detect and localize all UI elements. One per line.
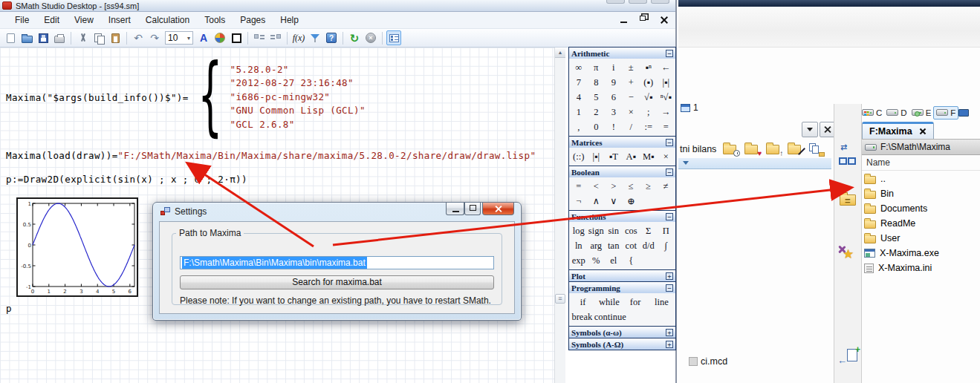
save-button[interactable] [36, 30, 51, 45]
file-row-x-maxima-exe[interactable]: X-Maxima.exe [862, 246, 980, 261]
collapse-icon[interactable]: − [666, 139, 673, 146]
palette-symbol[interactable]: ∫ [658, 238, 675, 253]
menu-insert[interactable]: Insert [101, 13, 138, 27]
palette-symbol[interactable]: break [570, 310, 594, 324]
palette-symbol[interactable]: sign [588, 223, 606, 238]
menu-help[interactable]: Help [273, 13, 306, 27]
palette-symbol[interactable]: ln [570, 238, 588, 253]
parent-folder-button[interactable]: ↑ [765, 142, 783, 157]
background-color-button[interactable] [212, 30, 227, 45]
fm-bottom-file[interactable]: ci.mcd [689, 356, 727, 367]
palette-symbol[interactable]: ⊕ [623, 194, 640, 209]
file-row-documents[interactable]: Documents [862, 201, 980, 216]
fm-selected-row[interactable] [678, 158, 831, 169]
dialog-minimize-button[interactable] [446, 203, 464, 215]
file-row-x-maxima-ini[interactable]: X-Maxima.ini [862, 261, 980, 275]
palette-header-symbols[interactable]: Symbols (α-ω)+ [569, 327, 675, 338]
name-column-header[interactable]: Name [862, 155, 980, 171]
copy-path-button[interactable] [808, 142, 826, 157]
expand-icon[interactable]: + [666, 329, 673, 336]
import-document-icon[interactable]: +← [838, 347, 859, 367]
file-row-user[interactable]: User [862, 231, 980, 246]
collapse-icon[interactable]: − [666, 284, 673, 292]
palette-symbol[interactable]: i [605, 60, 623, 75]
new-button[interactable] [3, 30, 18, 45]
smath-titlebar[interactable]: SMath Studio Desktop - [ss94.sm] [0, 0, 675, 12]
palette-symbol[interactable]: ∨ [605, 194, 623, 209]
palette-symbol[interactable]: cot [623, 238, 640, 253]
mdi-restore-button[interactable] [637, 14, 651, 25]
expand-icon[interactable]: + [666, 272, 673, 280]
palette-symbol[interactable]: ⁿ√▪ [658, 90, 675, 105]
palette-symbol[interactable]: sin [605, 223, 623, 238]
palette-symbol[interactable]: ≠ [658, 179, 675, 194]
palette-symbol[interactable]: × [658, 149, 675, 164]
file-row-bin[interactable]: Bin [862, 186, 980, 201]
copy-button[interactable] [91, 30, 106, 45]
palette-symbol[interactable]: > [605, 179, 623, 194]
palette-symbol[interactable]: 4 [570, 90, 588, 105]
palette-symbol[interactable]: 8 [588, 75, 606, 90]
undo-button[interactable]: ↶ [131, 30, 146, 45]
palette-symbol[interactable]: (::) [570, 149, 588, 164]
swap-panels-icon[interactable]: ⇄ [838, 145, 859, 165]
palette-symbol[interactable]: 3 [605, 105, 623, 120]
file-row-readme[interactable]: ReadMe [862, 216, 980, 231]
palette-symbol[interactable]: ! [605, 120, 623, 134]
palette-symbol[interactable]: ≤ [623, 179, 640, 194]
expression-draw2d[interactable]: p:=Draw2D(explicit(sin(x) ; x ; 0 ; 2·π)… [6, 172, 247, 186]
palette-symbol[interactable]: + [623, 75, 640, 90]
palette-symbol[interactable]: line [649, 295, 675, 310]
palette-symbol[interactable]: × [623, 105, 640, 120]
tab-close-icon[interactable] [919, 128, 927, 135]
palette-symbol[interactable]: cos [623, 223, 640, 238]
dialog-close-button[interactable] [482, 203, 514, 215]
menu-calculation[interactable]: Calculation [138, 13, 197, 27]
side-panel-toggle-button[interactable] [386, 30, 401, 45]
palette-header-functions[interactable]: Functions− [569, 211, 675, 222]
palette-symbol[interactable]: |▪| [658, 75, 675, 90]
dialog-maximize-button[interactable] [464, 203, 481, 215]
palette-symbol[interactable]: 9 [605, 75, 623, 90]
palette-symbol[interactable]: ∧ [588, 194, 606, 209]
palette-symbol[interactable]: |▪| [588, 149, 606, 164]
drive-button-e[interactable]: E [909, 107, 934, 119]
folder-compare-icon[interactable]: = [838, 190, 859, 209]
palette-symbol[interactable]: ± [623, 60, 640, 75]
scrollbar-grip[interactable]: ≡ [555, 294, 565, 304]
palette-symbol[interactable]: → [658, 105, 675, 120]
palette-symbol[interactable]: while [596, 295, 622, 310]
palette-symbol[interactable]: Σ [640, 223, 658, 238]
palette-symbol[interactable]: ← [658, 60, 675, 75]
palette-symbol[interactable]: 0 [588, 120, 606, 134]
palette-header-matrices[interactable]: Matrices− [569, 137, 675, 148]
redo-button[interactable]: ↷ [147, 30, 162, 45]
palette-symbol[interactable]: M▪ [640, 149, 658, 164]
help-button[interactable]: ? [324, 30, 339, 45]
palette-symbol[interactable]: := [640, 120, 658, 134]
history-folder-button[interactable] [722, 142, 740, 157]
expression-load-draw[interactable]: Maxima(load(draw))="F:/SMath/Maxima/Bin/… [6, 148, 536, 162]
drive-button-f[interactable]: F [933, 106, 958, 120]
menu-tools[interactable]: Tools [197, 13, 233, 27]
menu-pages[interactable]: Pages [233, 13, 273, 27]
palette-symbol[interactable]: = [570, 179, 588, 194]
font-color-button[interactable]: A [196, 30, 211, 45]
palette-symbol[interactable]: , [570, 120, 588, 134]
menu-view[interactable]: View [67, 13, 101, 27]
palette-symbol[interactable]: continue [594, 310, 626, 324]
palette-symbol[interactable]: 7 [570, 75, 588, 90]
palette-symbol[interactable]: el [605, 253, 623, 268]
palette-header-arithmetic[interactable]: Arithmetic− [569, 48, 675, 59]
palette-symbol[interactable]: log [570, 223, 588, 238]
root-folder-button[interactable] [787, 142, 805, 157]
palette-symbol[interactable]: ∞ [570, 60, 588, 75]
palette-symbol[interactable]: for [623, 295, 649, 310]
palette-symbol[interactable]: { [623, 253, 640, 268]
palette-symbol[interactable]: ≥ [640, 179, 658, 194]
palette-symbol[interactable]: ▪T [605, 149, 623, 164]
menu-file[interactable]: File [7, 13, 36, 27]
tools-wizard-icon[interactable]: ★ [838, 243, 859, 263]
palette-header-symbols-a[interactable]: Symbols (A-Ω)+ [569, 338, 675, 350]
palette-header-boolean[interactable]: Boolean− [569, 166, 675, 177]
